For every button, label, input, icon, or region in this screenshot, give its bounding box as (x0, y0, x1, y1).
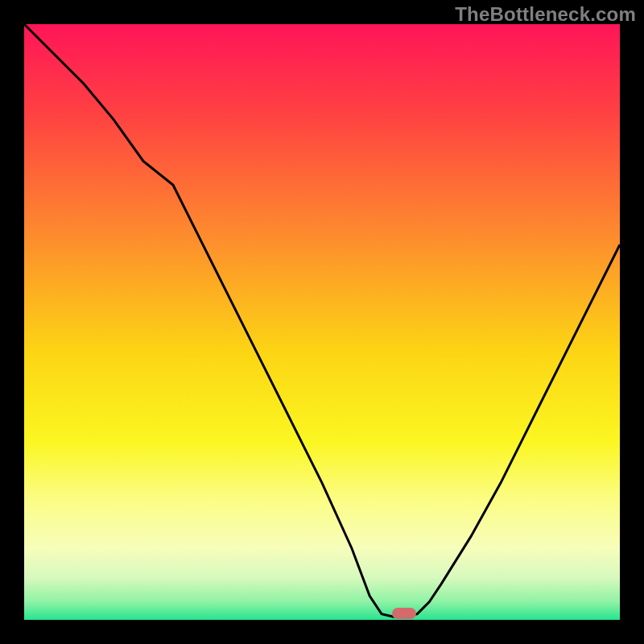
chart-frame: TheBottleneck.com (0, 0, 644, 644)
plot-area (24, 24, 620, 620)
gradient-background (24, 24, 620, 620)
plot-svg (24, 24, 620, 620)
optimal-marker (392, 608, 416, 619)
attribution-text: TheBottleneck.com (455, 3, 636, 26)
